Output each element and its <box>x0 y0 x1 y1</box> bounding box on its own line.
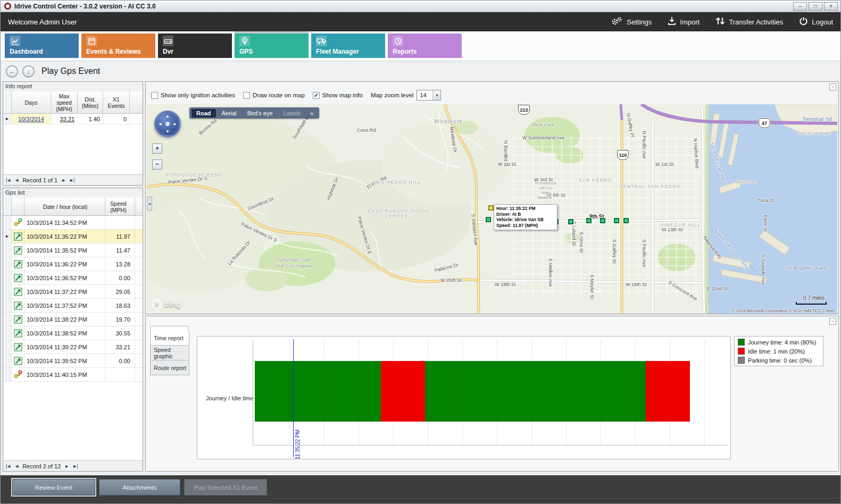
import-button[interactable]: Import <box>668 16 700 27</box>
map-style-bird-s-eye[interactable]: Bird's eye <box>243 109 278 117</box>
logout-button[interactable]: Logout <box>799 16 833 27</box>
pager-last-button[interactable]: ►| <box>69 178 74 183</box>
show-only-ignition-checkbox[interactable]: Show only ignition activities <box>151 92 235 99</box>
date-cell: 10/3/2014 11:40:15 PM <box>24 368 105 381</box>
days-link[interactable]: 10/3/2014 <box>18 116 44 122</box>
gps-point-icon <box>12 326 24 340</box>
pager-prev-button[interactable]: ◄ <box>14 178 19 183</box>
speed-cell: 13.28 <box>105 257 135 271</box>
panel-collapse-handle[interactable]: ◄ <box>147 197 152 211</box>
settings-button[interactable]: Settings <box>611 16 652 27</box>
time-cursor-label: 11:35:22 PM <box>295 430 301 459</box>
pager-next-button[interactable]: ► <box>64 464 69 469</box>
row-indicator <box>3 368 12 381</box>
tab-time-report[interactable]: Time report <box>150 331 189 346</box>
row-indicator-header <box>3 198 12 215</box>
info-report-pager: |◄ ◄ Record 1 of 1 ► ►| <box>3 174 143 185</box>
tab-reports[interactable]: Reports <box>388 33 462 58</box>
gps-list-row[interactable]: 10/3/2014 11:38:22 PM19.70 <box>3 313 143 326</box>
time-panel-collapse-button[interactable]: − <box>829 318 836 325</box>
tab-speed-graphic[interactable]: Speed graphic <box>150 346 189 360</box>
zoom-in-button[interactable]: + <box>152 144 162 154</box>
map-label: Miraleste <box>434 118 463 124</box>
time-cursor-line <box>293 339 294 457</box>
gps-list-row[interactable]: 10/3/2014 11:36:52 PM0.00 <box>3 271 143 285</box>
map-style-collapse-button[interactable]: « <box>306 109 317 117</box>
route-point-marker[interactable] <box>614 218 619 223</box>
map-zoom-group: Map zoom level 14 ▼ <box>371 90 442 100</box>
transfer-activities-button[interactable]: Transfer Activities <box>715 16 783 27</box>
transfer-activities-label: Transfer Activities <box>729 18 783 26</box>
gps-list-row[interactable]: 10/3/2014 11:34:52 PM <box>3 216 143 230</box>
filler-cell <box>135 354 143 367</box>
tab-gps[interactable]: GPS <box>235 33 309 58</box>
tab-route-report[interactable]: Route report <box>150 360 189 375</box>
gps-list-row[interactable]: 10/3/2014 11:40:15 PM <box>3 368 143 382</box>
map-compass-control[interactable]: ▲ ▼ ◄ ► <box>154 111 181 137</box>
column-header[interactable]: Days <box>12 91 51 113</box>
show-map-info-checkbox[interactable]: ✓Show map info <box>313 92 363 99</box>
map-canvas[interactable]: Burma RdCrest RdSouthfield DrMiraleste D… <box>147 104 837 314</box>
row-indicator-header <box>3 91 12 113</box>
max-speed-cell[interactable]: 33.21 <box>51 114 78 124</box>
column-header[interactable]: Max speed (MPH) <box>51 91 78 113</box>
tab-events-reviews[interactable]: Events & Reviews <box>81 33 155 58</box>
review-event-button[interactable]: Review Event <box>12 479 95 495</box>
pager-first-button[interactable]: |◄ <box>6 178 11 183</box>
route-point-marker[interactable] <box>623 218 629 223</box>
pager-first-button[interactable]: |◄ <box>6 464 11 469</box>
map-style-aerial[interactable]: Aerial <box>217 109 242 117</box>
download-button[interactable]: ↓ <box>22 65 35 78</box>
max-speed-link[interactable]: 33.21 <box>60 116 74 122</box>
route-point-marker[interactable] <box>586 218 592 223</box>
tab-label: Dashboard <box>10 48 79 55</box>
days-cell[interactable]: 10/3/2014 <box>12 114 51 124</box>
gps-list-row[interactable]: 10/3/2014 11:37:22 PM29.05 <box>3 285 143 299</box>
gps-point-icon <box>12 285 24 298</box>
zoom-out-button[interactable]: − <box>152 159 162 170</box>
map-panel-collapse-button[interactable]: − <box>829 83 836 90</box>
gps-list-row[interactable]: 10/3/2014 11:39:52 PM0.00 <box>3 354 143 368</box>
window-maximize-button[interactable]: □ <box>809 2 822 11</box>
back-button[interactable]: ← <box>6 65 18 78</box>
tab-fleet-manager[interactable]: Fleet Manager <box>311 33 385 58</box>
table-row[interactable]: ►10/3/201433.211.400 <box>3 114 143 124</box>
gps-list-row[interactable]: 10/3/2014 11:38:52 PM30.55 <box>3 326 143 340</box>
draw-route-checkbox[interactable]: Draw route on map <box>243 92 305 99</box>
app-header: Welcome Admin User SettingsImportTransfe… <box>1 12 841 31</box>
column-header[interactable]: Date / hour (local) <box>24 198 105 215</box>
gps-list-row[interactable]: 10/3/2014 11:36:22 PM13.28 <box>3 257 143 271</box>
pager-last-button[interactable]: ►| <box>72 464 77 469</box>
gps-list-row[interactable]: 10/3/2014 11:35:52 PM11.47 <box>3 243 143 257</box>
gps-list-row[interactable]: ►10/3/2014 11:35:22 PM11.97 <box>3 230 143 243</box>
column-header[interactable]: Dist. (Miles) <box>78 91 103 113</box>
column-header[interactable]: Speed (MPH) <box>105 198 135 215</box>
route-point-marker[interactable] <box>486 217 491 222</box>
column-header[interactable]: X1 Events <box>103 91 130 113</box>
x1-events-cell: 0 <box>103 114 130 124</box>
map-style-road[interactable]: Road <box>191 109 216 117</box>
gps-list-body: 10/3/2014 11:34:52 PM►10/3/2014 11:35:22… <box>3 216 143 382</box>
pager-next-button[interactable]: ► <box>61 178 65 183</box>
titlebar: Idrive Control Center - 3.0.2 version - … <box>1 1 841 12</box>
tab-dashboard[interactable]: Dashboard <box>5 33 79 58</box>
map-zoom-select[interactable]: 14 ▼ <box>417 90 441 100</box>
gps-list-row[interactable]: 10/3/2014 11:39:22 PM33.21 <box>3 340 143 354</box>
window-minimize-button[interactable]: – <box>793 2 807 11</box>
map-label: PORTUGUESE BEND <box>166 172 222 178</box>
map-style-labels[interactable]: Labels <box>279 109 305 117</box>
window-close-button[interactable]: × <box>824 2 838 11</box>
attachments-button[interactable]: Attachments <box>99 479 180 495</box>
filler-cell <box>135 271 143 284</box>
map-label: S Alma St <box>579 232 584 253</box>
gps-list-row[interactable]: 10/3/2014 11:37:52 PM18.63 <box>3 299 143 313</box>
route-point-marker[interactable] <box>600 218 605 223</box>
highway-shield-110: 110 <box>617 150 629 160</box>
tab-dvr[interactable]: Dvr <box>158 33 232 58</box>
date-cell: 10/3/2014 11:39:52 PM <box>24 354 105 367</box>
route-start-marker[interactable] <box>488 205 494 211</box>
pager-prev-button[interactable]: ◄ <box>14 464 19 469</box>
route-point-marker[interactable] <box>568 219 573 224</box>
filler-cell <box>135 230 143 243</box>
gps-icon <box>239 36 250 46</box>
